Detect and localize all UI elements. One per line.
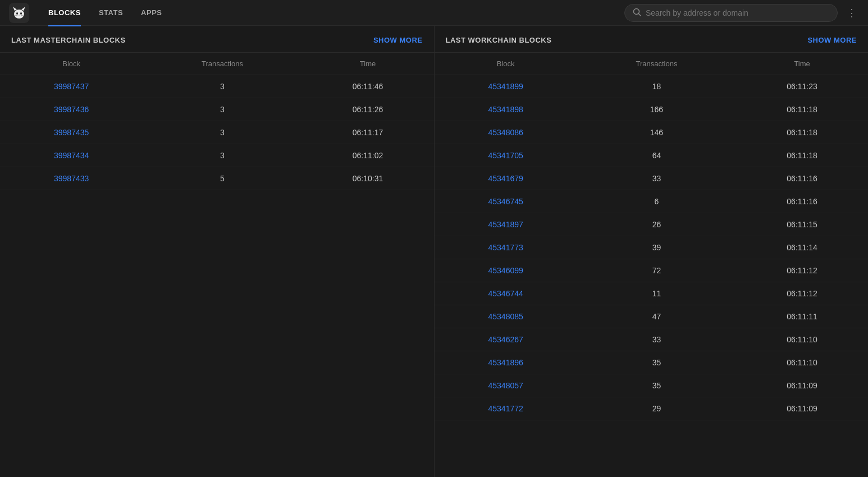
transactions-cell: 33 (577, 328, 736, 351)
table-row: 45348085 47 06:11:11 (435, 305, 869, 328)
svg-line-7 (15, 15, 17, 16)
workchain-table-wrap: Block Transactions Time 45341899 18 06:1… (435, 53, 869, 477)
time-cell: 06:11:09 (736, 397, 868, 420)
search-input[interactable] (646, 8, 829, 17)
block-link[interactable]: 45341899 (488, 82, 523, 91)
block-link[interactable]: 45341896 (488, 358, 523, 367)
block-link[interactable]: 45341679 (488, 174, 523, 183)
search-bar[interactable] (624, 4, 838, 22)
svg-point-4 (16, 12, 18, 15)
block-link[interactable]: 45341772 (488, 404, 523, 413)
transactions-cell: 6 (577, 190, 736, 213)
masterchain-table-wrap: Block Transactions Time 39987437 3 06:11… (0, 53, 434, 477)
transactions-cell: 29 (577, 397, 736, 420)
table-row: 45341773 39 06:11:14 (435, 236, 869, 259)
main-content: LAST MASTERCHAIN BLOCKS SHOW MORE Block … (0, 26, 868, 477)
svg-line-12 (639, 13, 641, 16)
table-row: 45341679 33 06:11:16 (435, 167, 869, 190)
block-link[interactable]: 45348085 (488, 312, 523, 321)
time-cell: 06:10:31 (302, 167, 434, 190)
more-options-icon[interactable]: ⋮ (844, 4, 859, 21)
workchain-panel: LAST WORKCHAIN BLOCKS SHOW MORE Block Tr… (435, 26, 869, 477)
nav-apps[interactable]: APPS (133, 4, 170, 21)
workchain-col-block: Block (435, 53, 577, 75)
svg-point-1 (14, 10, 24, 19)
table-row: 45341772 29 06:11:09 (435, 397, 869, 420)
time-cell: 06:11:26 (302, 98, 434, 121)
time-cell: 06:11:18 (736, 121, 868, 144)
table-row: 39987437 3 06:11:46 (0, 75, 434, 98)
block-link[interactable]: 45346744 (488, 289, 523, 298)
time-cell: 06:11:16 (736, 167, 868, 190)
table-row: 45348086 146 06:11:18 (435, 121, 869, 144)
block-link[interactable]: 45348057 (488, 381, 523, 390)
table-row: 45346745 6 06:11:16 (435, 190, 869, 213)
transactions-cell: 3 (143, 144, 301, 167)
table-row: 45346744 11 06:11:12 (435, 282, 869, 305)
time-cell: 06:11:10 (736, 328, 868, 351)
transactions-cell: 3 (143, 98, 301, 121)
time-cell: 06:11:16 (736, 190, 868, 213)
transactions-cell: 33 (577, 167, 736, 190)
masterchain-panel: LAST MASTERCHAIN BLOCKS SHOW MORE Block … (0, 26, 435, 477)
time-cell: 06:11:02 (302, 144, 434, 167)
block-link[interactable]: 45341897 (488, 220, 523, 229)
table-row: 45341896 35 06:11:10 (435, 351, 869, 374)
masterchain-col-transactions: Transactions (143, 53, 301, 75)
transactions-cell: 166 (577, 98, 736, 121)
time-cell: 06:11:12 (736, 282, 868, 305)
block-link[interactable]: 45346745 (488, 197, 523, 206)
table-row: 39987434 3 06:11:02 (0, 144, 434, 167)
time-cell: 06:11:11 (736, 305, 868, 328)
masterchain-col-block: Block (0, 53, 143, 75)
table-row: 45341898 166 06:11:18 (435, 98, 869, 121)
table-row: 45341899 18 06:11:23 (435, 75, 869, 98)
transactions-cell: 26 (577, 213, 736, 236)
main-nav: BLOCKS STATS APPS (40, 4, 170, 21)
masterchain-header: LAST MASTERCHAIN BLOCKS SHOW MORE (0, 26, 434, 53)
svg-point-6 (19, 15, 20, 15)
table-row: 45341705 64 06:11:18 (435, 144, 869, 167)
transactions-cell: 39 (577, 236, 736, 259)
block-link[interactable]: 39987435 (54, 128, 89, 137)
block-link[interactable]: 45346099 (488, 266, 523, 275)
table-row: 45341897 26 06:11:15 (435, 213, 869, 236)
transactions-cell: 47 (577, 305, 736, 328)
nav-blocks[interactable]: BLOCKS (40, 4, 89, 21)
logo-icon (9, 3, 29, 23)
block-link[interactable]: 39987436 (54, 105, 89, 114)
time-cell: 06:11:15 (736, 213, 868, 236)
nav-stats[interactable]: STATS (91, 4, 131, 21)
table-row: 39987436 3 06:11:26 (0, 98, 434, 121)
time-cell: 06:11:17 (302, 121, 434, 144)
block-link[interactable]: 45341705 (488, 151, 523, 160)
block-link[interactable]: 39987433 (54, 174, 89, 183)
time-cell: 06:11:10 (736, 351, 868, 374)
block-link[interactable]: 45341898 (488, 105, 523, 114)
workchain-show-more[interactable]: SHOW MORE (807, 36, 857, 44)
transactions-cell: 3 (143, 75, 301, 98)
block-link[interactable]: 45346267 (488, 335, 523, 344)
transactions-cell: 18 (577, 75, 736, 98)
masterchain-show-more[interactable]: SHOW MORE (373, 36, 423, 44)
masterchain-title: LAST MASTERCHAIN BLOCKS (11, 36, 126, 44)
transactions-cell: 64 (577, 144, 736, 167)
workchain-title: LAST WORKCHAIN BLOCKS (446, 36, 552, 44)
block-link[interactable]: 45341773 (488, 243, 523, 252)
transactions-cell: 11 (577, 282, 736, 305)
time-cell: 06:11:18 (736, 98, 868, 121)
transactions-cell: 35 (577, 374, 736, 397)
block-link[interactable]: 39987437 (54, 82, 89, 91)
block-link[interactable]: 39987434 (54, 151, 89, 160)
time-cell: 06:11:12 (736, 259, 868, 282)
masterchain-col-time: Time (302, 53, 434, 75)
workchain-header: LAST WORKCHAIN BLOCKS SHOW MORE (435, 26, 869, 53)
masterchain-table: Block Transactions Time 39987437 3 06:11… (0, 53, 434, 190)
workchain-table: Block Transactions Time 45341899 18 06:1… (435, 53, 869, 420)
table-row: 45348057 35 06:11:09 (435, 374, 869, 397)
search-icon (633, 8, 641, 18)
table-row: 39987435 3 06:11:17 (0, 121, 434, 144)
time-cell: 06:11:14 (736, 236, 868, 259)
transactions-cell: 3 (143, 121, 301, 144)
block-link[interactable]: 45348086 (488, 128, 523, 137)
